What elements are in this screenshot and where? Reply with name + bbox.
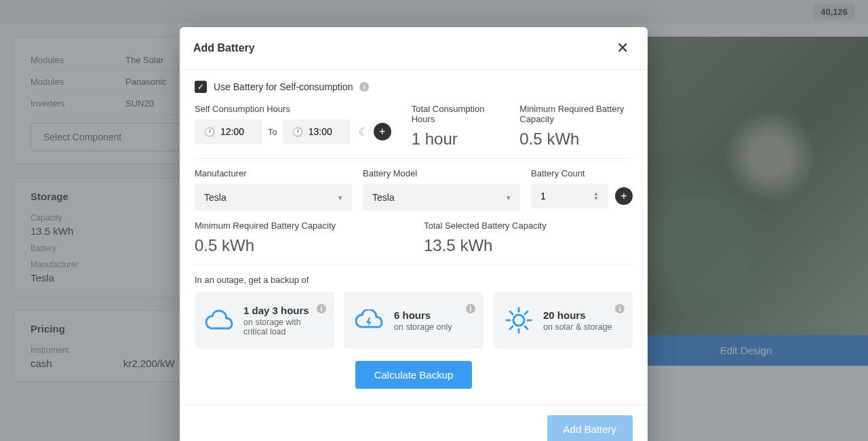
- manufacturer-label: Manufacturer: [195, 168, 352, 178]
- info-icon[interactable]: i: [317, 304, 326, 313]
- clock-icon: 🕐: [204, 127, 215, 137]
- backup-card-storage-critical: 1 day 3 hourson storage with critical lo…: [195, 292, 334, 349]
- total-hours-value: 1 hour: [412, 130, 500, 149]
- divider: [195, 265, 633, 265]
- model-label: Battery Model: [363, 168, 520, 178]
- info-icon[interactable]: i: [359, 82, 369, 92]
- total-selected-label: Total Selected Battery Capacity: [424, 220, 633, 231]
- svg-line-8: [525, 311, 528, 314]
- min-required-value: 0.5 kWh: [519, 130, 633, 149]
- svg-line-7: [510, 326, 513, 329]
- chevron-down-icon: ▾: [507, 193, 511, 202]
- cloud-icon: [204, 304, 235, 337]
- time-to-input[interactable]: 🕐13:00: [283, 119, 351, 144]
- clock-icon: 🕐: [292, 127, 303, 137]
- info-icon[interactable]: i: [615, 304, 625, 313]
- backup-card-solar-storage: 20 hourson solar & storage i: [493, 292, 633, 349]
- total-hours-label: Total Consumption Hours: [412, 104, 500, 124]
- min-required-label: Minimum Required Battery Capacity: [519, 104, 633, 124]
- cloud-lightning-icon: [353, 304, 386, 337]
- chevron-down-icon: ▾: [338, 193, 342, 202]
- moon-icon: ☾: [359, 126, 368, 138]
- total-selected-value: 13.5 kWh: [424, 236, 633, 255]
- modal-title: Add Battery: [193, 42, 255, 54]
- backup-card-storage-only: 6 hourson storage only i: [344, 292, 484, 349]
- time-from-input[interactable]: 🕐12:00: [195, 119, 262, 144]
- battery-count-input[interactable]: 1▲▼: [531, 184, 608, 208]
- count-label: Battery Count: [531, 168, 633, 178]
- divider: [195, 158, 633, 159]
- calculate-backup-button[interactable]: Calculate Backup: [355, 361, 473, 389]
- add-time-range-button[interactable]: +: [374, 123, 391, 140]
- self-consumption-checkbox[interactable]: ✓: [195, 81, 207, 93]
- add-battery-row-button[interactable]: +: [615, 187, 633, 205]
- close-icon[interactable]: ✕: [611, 37, 634, 60]
- svg-line-6: [525, 326, 528, 329]
- min-req2-label: Minimum Required Battery Capacity: [195, 220, 403, 231]
- sun-icon: [502, 304, 535, 337]
- battery-model-select[interactable]: Tesla▾: [363, 184, 520, 211]
- add-battery-button[interactable]: Add Battery: [547, 415, 633, 441]
- info-icon[interactable]: i: [466, 304, 475, 313]
- svg-point-0: [513, 315, 524, 326]
- add-battery-modal: Add Battery ✕ ✓ Use Battery for Self-con…: [180, 27, 648, 441]
- self-hours-label: Self Consumption Hours: [195, 104, 391, 114]
- outage-label: In an outage, get a backup of: [195, 275, 633, 285]
- stepper-icon[interactable]: ▲▼: [593, 191, 599, 201]
- manufacturer-select[interactable]: Tesla▾: [195, 184, 352, 211]
- self-consumption-label: Use Battery for Self-consumption: [214, 81, 353, 92]
- min-req2-value: 0.5 kWh: [195, 236, 403, 255]
- svg-line-5: [510, 311, 513, 314]
